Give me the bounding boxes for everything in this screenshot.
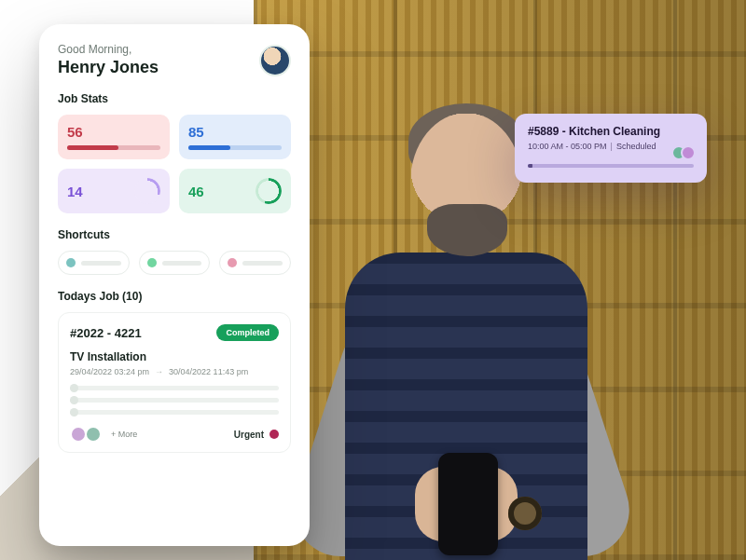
- stat-progress: [188, 145, 282, 150]
- stat-ring: [134, 178, 160, 204]
- shortcut-pill[interactable]: [58, 251, 130, 275]
- shortcuts-row: [58, 251, 291, 275]
- separator: |: [611, 142, 613, 151]
- user-avatar[interactable]: [259, 45, 291, 76]
- job-end: 30/04/2022 11:43 pm: [169, 367, 248, 376]
- assignee-avatars: [677, 145, 696, 160]
- notification-title: #5889 - Kitchen Cleaning: [528, 125, 694, 138]
- stat-card[interactable]: 85: [179, 115, 291, 159]
- priority-tag: Urgent: [234, 430, 279, 440]
- job-id: #2022 - 4221: [70, 326, 142, 340]
- job-time-range: 29/04/2022 03:24 pm → 30/04/2022 11:43 p…: [70, 367, 279, 376]
- mobile-dashboard: Good Morning, Henry Jones Job Stats 56 8…: [39, 24, 310, 546]
- stat-value: 85: [188, 124, 282, 140]
- placeholder-line: [242, 261, 283, 266]
- stat-progress: [67, 145, 160, 150]
- avatar: [681, 145, 696, 160]
- notification-time: 10:00 AM - 05:00 PM: [528, 142, 607, 151]
- arrow-right-icon: →: [155, 367, 163, 376]
- notification-subtitle: 10:00 AM - 05:00 PM | Scheduled: [528, 142, 694, 151]
- job-assignees[interactable]: + More: [70, 426, 137, 443]
- dot-icon: [66, 258, 76, 267]
- marketing-scene: #5889 - Kitchen Cleaning 10:00 AM - 05:0…: [0, 0, 746, 560]
- job-start: 29/04/2022 03:24 pm: [70, 367, 149, 376]
- stat-card[interactable]: 56: [58, 115, 170, 159]
- warehouse-background: [254, 0, 746, 560]
- status-badge: Completed: [216, 324, 279, 341]
- avatar: [85, 426, 102, 443]
- placeholder-line: [162, 261, 202, 266]
- more-assignees[interactable]: + More: [111, 430, 137, 439]
- job-stats-grid: 56 85 14 46: [58, 115, 291, 213]
- dot-icon: [147, 258, 157, 267]
- user-name: Henry Jones: [58, 58, 159, 77]
- shortcuts-heading: Shortcuts: [58, 228, 291, 241]
- stat-ring: [256, 178, 282, 204]
- placeholder-line: [81, 261, 121, 266]
- priority-dot-icon: [269, 430, 279, 439]
- greeting-text: Good Morning,: [58, 43, 159, 56]
- stat-card[interactable]: 14: [58, 169, 170, 213]
- job-detail-placeholder: [70, 386, 279, 415]
- shortcut-pill[interactable]: [219, 251, 291, 275]
- progress-track[interactable]: [528, 164, 694, 168]
- notification-status: Scheduled: [616, 142, 656, 151]
- job-title: TV Installation: [70, 350, 279, 363]
- priority-label: Urgent: [234, 430, 264, 440]
- job-notification-card[interactable]: #5889 - Kitchen Cleaning 10:00 AM - 05:0…: [515, 114, 707, 183]
- stat-value: 56: [67, 124, 160, 140]
- todays-job-heading: Todays Job (10): [58, 290, 291, 303]
- job-card[interactable]: #2022 - 4221 Completed TV Installation 2…: [58, 312, 291, 453]
- stat-card[interactable]: 46: [179, 169, 291, 213]
- job-stats-heading: Job Stats: [58, 92, 291, 105]
- dot-icon: [228, 258, 237, 267]
- shortcut-pill[interactable]: [139, 251, 211, 275]
